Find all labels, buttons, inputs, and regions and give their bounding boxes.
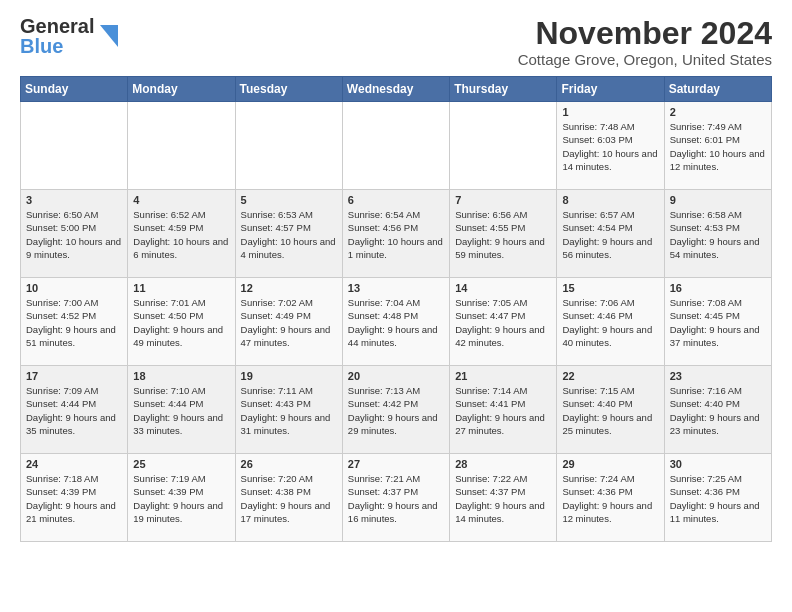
day-number: 30 [670,458,766,470]
calendar-week-1: 1Sunrise: 7:48 AM Sunset: 6:03 PM Daylig… [21,102,772,190]
calendar-cell: 8Sunrise: 6:57 AM Sunset: 4:54 PM Daylig… [557,190,664,278]
day-number: 7 [455,194,551,206]
day-info: Sunrise: 6:56 AM Sunset: 4:55 PM Dayligh… [455,208,551,261]
column-header-friday: Friday [557,77,664,102]
calendar-table: SundayMondayTuesdayWednesdayThursdayFrid… [20,76,772,542]
logo-icon [100,25,118,47]
day-info: Sunrise: 7:11 AM Sunset: 4:43 PM Dayligh… [241,384,337,437]
day-info: Sunrise: 6:58 AM Sunset: 4:53 PM Dayligh… [670,208,766,261]
calendar-cell: 25Sunrise: 7:19 AM Sunset: 4:39 PM Dayli… [128,454,235,542]
day-number: 27 [348,458,444,470]
day-number: 6 [348,194,444,206]
day-info: Sunrise: 7:02 AM Sunset: 4:49 PM Dayligh… [241,296,337,349]
day-info: Sunrise: 6:53 AM Sunset: 4:57 PM Dayligh… [241,208,337,261]
day-number: 15 [562,282,658,294]
day-number: 5 [241,194,337,206]
logo-line1: General [20,16,94,36]
calendar-cell [342,102,449,190]
calendar-body: 1Sunrise: 7:48 AM Sunset: 6:03 PM Daylig… [21,102,772,542]
title-area: November 2024 Cottage Grove, Oregon, Uni… [518,16,772,68]
day-number: 10 [26,282,122,294]
calendar-cell: 26Sunrise: 7:20 AM Sunset: 4:38 PM Dayli… [235,454,342,542]
column-header-monday: Monday [128,77,235,102]
calendar-cell: 2Sunrise: 7:49 AM Sunset: 6:01 PM Daylig… [664,102,771,190]
calendar-cell: 18Sunrise: 7:10 AM Sunset: 4:44 PM Dayli… [128,366,235,454]
day-number: 28 [455,458,551,470]
day-number: 4 [133,194,229,206]
calendar-cell: 23Sunrise: 7:16 AM Sunset: 4:40 PM Dayli… [664,366,771,454]
day-info: Sunrise: 7:15 AM Sunset: 4:40 PM Dayligh… [562,384,658,437]
calendar-cell: 5Sunrise: 6:53 AM Sunset: 4:57 PM Daylig… [235,190,342,278]
column-header-thursday: Thursday [450,77,557,102]
day-info: Sunrise: 7:08 AM Sunset: 4:45 PM Dayligh… [670,296,766,349]
calendar-cell: 9Sunrise: 6:58 AM Sunset: 4:53 PM Daylig… [664,190,771,278]
day-number: 8 [562,194,658,206]
calendar-cell [21,102,128,190]
calendar-cell: 22Sunrise: 7:15 AM Sunset: 4:40 PM Dayli… [557,366,664,454]
calendar-cell: 27Sunrise: 7:21 AM Sunset: 4:37 PM Dayli… [342,454,449,542]
day-info: Sunrise: 7:25 AM Sunset: 4:36 PM Dayligh… [670,472,766,525]
day-info: Sunrise: 6:52 AM Sunset: 4:59 PM Dayligh… [133,208,229,261]
calendar-cell: 4Sunrise: 6:52 AM Sunset: 4:59 PM Daylig… [128,190,235,278]
column-header-saturday: Saturday [664,77,771,102]
calendar-cell: 14Sunrise: 7:05 AM Sunset: 4:47 PM Dayli… [450,278,557,366]
day-info: Sunrise: 7:06 AM Sunset: 4:46 PM Dayligh… [562,296,658,349]
day-number: 13 [348,282,444,294]
calendar-cell: 12Sunrise: 7:02 AM Sunset: 4:49 PM Dayli… [235,278,342,366]
svg-marker-0 [100,25,118,47]
day-info: Sunrise: 7:04 AM Sunset: 4:48 PM Dayligh… [348,296,444,349]
day-number: 17 [26,370,122,382]
day-number: 16 [670,282,766,294]
calendar-cell: 17Sunrise: 7:09 AM Sunset: 4:44 PM Dayli… [21,366,128,454]
day-info: Sunrise: 6:57 AM Sunset: 4:54 PM Dayligh… [562,208,658,261]
calendar-cell: 1Sunrise: 7:48 AM Sunset: 6:03 PM Daylig… [557,102,664,190]
calendar-cell: 13Sunrise: 7:04 AM Sunset: 4:48 PM Dayli… [342,278,449,366]
day-number: 19 [241,370,337,382]
calendar-week-4: 17Sunrise: 7:09 AM Sunset: 4:44 PM Dayli… [21,366,772,454]
day-info: Sunrise: 7:14 AM Sunset: 4:41 PM Dayligh… [455,384,551,437]
calendar-cell: 10Sunrise: 7:00 AM Sunset: 4:52 PM Dayli… [21,278,128,366]
day-info: Sunrise: 7:09 AM Sunset: 4:44 PM Dayligh… [26,384,122,437]
calendar-cell: 29Sunrise: 7:24 AM Sunset: 4:36 PM Dayli… [557,454,664,542]
calendar-cell: 6Sunrise: 6:54 AM Sunset: 4:56 PM Daylig… [342,190,449,278]
day-info: Sunrise: 7:22 AM Sunset: 4:37 PM Dayligh… [455,472,551,525]
day-info: Sunrise: 7:01 AM Sunset: 4:50 PM Dayligh… [133,296,229,349]
day-info: Sunrise: 7:16 AM Sunset: 4:40 PM Dayligh… [670,384,766,437]
logo: General Blue [20,16,118,56]
month-title: November 2024 [518,16,772,51]
day-number: 12 [241,282,337,294]
location-title: Cottage Grove, Oregon, United States [518,51,772,68]
day-number: 26 [241,458,337,470]
column-header-sunday: Sunday [21,77,128,102]
page-header: General Blue November 2024 Cottage Grove… [20,16,772,68]
day-number: 24 [26,458,122,470]
calendar-week-3: 10Sunrise: 7:00 AM Sunset: 4:52 PM Dayli… [21,278,772,366]
column-header-tuesday: Tuesday [235,77,342,102]
column-header-wednesday: Wednesday [342,77,449,102]
calendar-cell: 21Sunrise: 7:14 AM Sunset: 4:41 PM Dayli… [450,366,557,454]
day-info: Sunrise: 7:10 AM Sunset: 4:44 PM Dayligh… [133,384,229,437]
calendar-header-row: SundayMondayTuesdayWednesdayThursdayFrid… [21,77,772,102]
calendar-cell: 7Sunrise: 6:56 AM Sunset: 4:55 PM Daylig… [450,190,557,278]
calendar-cell: 20Sunrise: 7:13 AM Sunset: 4:42 PM Dayli… [342,366,449,454]
day-number: 29 [562,458,658,470]
day-info: Sunrise: 7:20 AM Sunset: 4:38 PM Dayligh… [241,472,337,525]
calendar-week-5: 24Sunrise: 7:18 AM Sunset: 4:39 PM Dayli… [21,454,772,542]
day-number: 14 [455,282,551,294]
day-number: 9 [670,194,766,206]
day-number: 11 [133,282,229,294]
day-number: 25 [133,458,229,470]
calendar-week-2: 3Sunrise: 6:50 AM Sunset: 5:00 PM Daylig… [21,190,772,278]
logo-line2: Blue [20,36,94,56]
day-number: 2 [670,106,766,118]
calendar-cell: 30Sunrise: 7:25 AM Sunset: 4:36 PM Dayli… [664,454,771,542]
day-number: 3 [26,194,122,206]
day-info: Sunrise: 7:05 AM Sunset: 4:47 PM Dayligh… [455,296,551,349]
calendar-cell [128,102,235,190]
day-info: Sunrise: 6:50 AM Sunset: 5:00 PM Dayligh… [26,208,122,261]
day-info: Sunrise: 7:48 AM Sunset: 6:03 PM Dayligh… [562,120,658,173]
day-info: Sunrise: 7:00 AM Sunset: 4:52 PM Dayligh… [26,296,122,349]
calendar-cell: 19Sunrise: 7:11 AM Sunset: 4:43 PM Dayli… [235,366,342,454]
calendar-cell: 15Sunrise: 7:06 AM Sunset: 4:46 PM Dayli… [557,278,664,366]
calendar-cell: 16Sunrise: 7:08 AM Sunset: 4:45 PM Dayli… [664,278,771,366]
